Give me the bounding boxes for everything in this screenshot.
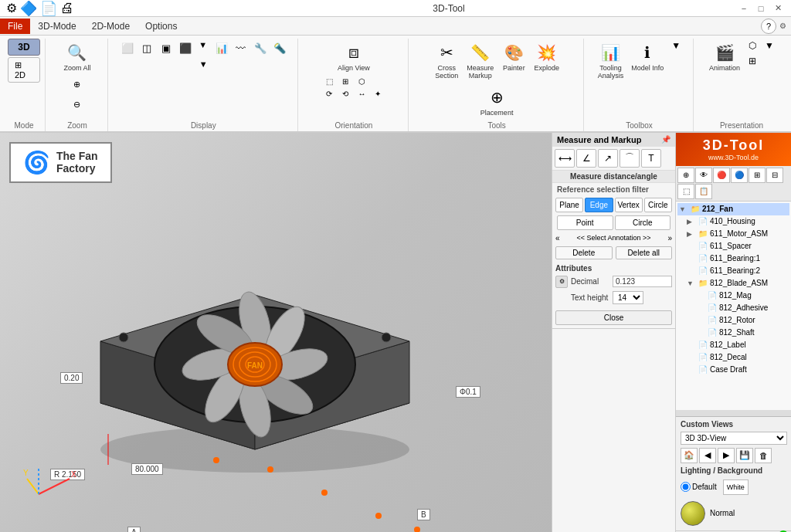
dim-phi: Φ0.1: [456, 386, 480, 398]
menu-2d-mode[interactable]: 2D-Mode: [84, 19, 137, 34]
orient-btn-4[interactable]: ⟳: [321, 88, 337, 100]
display-more-button[interactable]: ▼: [195, 39, 211, 51]
maximize-button[interactable]: □: [754, 2, 768, 15]
measure-distance-btn[interactable]: ⟷: [555, 149, 575, 168]
orient-btn-7[interactable]: ✦: [370, 88, 385, 100]
viewport[interactable]: 🌀 The Fan Factory: [0, 133, 552, 532]
zoom-all-button[interactable]: 🔍 Zoom All: [60, 39, 93, 74]
tree-item-812shaft[interactable]: 📄 812_Shaft: [677, 327, 789, 339]
tree-item-410housing[interactable]: ▶ 📄 410_Housing: [677, 215, 789, 228]
animation-button[interactable]: 🎬 Animation: [706, 39, 743, 74]
circle2-button[interactable]: Circle: [615, 215, 670, 230]
display-btn-8[interactable]: 🔦: [270, 39, 289, 57]
explode-button[interactable]: 💥 Explode: [531, 39, 562, 74]
presentation-more-button[interactable]: ▼: [762, 39, 777, 53]
cross-section-button[interactable]: ✂ CrossSection: [431, 39, 462, 82]
tree-item-812bladeasm[interactable]: ▼ 📁 812_Blade_ASM: [677, 277, 789, 290]
measure-markup-button[interactable]: 📏 MeasureMarkup: [463, 39, 497, 82]
view-save-btn[interactable]: 💾: [736, 448, 753, 463]
default-radio-label[interactable]: Default: [681, 482, 717, 492]
menu-3d-mode[interactable]: 3D-Mode: [30, 19, 83, 34]
tree-scrollbar[interactable]: [676, 410, 791, 416]
orient-btn-1[interactable]: ⬚: [321, 76, 337, 87]
tree-item-611motorasm[interactable]: ▶ 📁 611_Motor_ASM: [677, 228, 789, 240]
tree-item-212fan[interactable]: ▼ 📁 212_Fan: [677, 203, 789, 215]
select-annotation-next[interactable]: »: [667, 234, 672, 242]
mode-2d-button[interactable]: ⊞ 2D: [8, 57, 40, 83]
view-next-btn[interactable]: ▶: [718, 448, 735, 463]
tree-tool-2[interactable]: 👁: [695, 168, 712, 183]
align-view-button[interactable]: ⧈ Align View: [334, 39, 373, 74]
placement-button[interactable]: ⊕ Placement: [477, 83, 517, 119]
view-home-btn[interactable]: 🏠: [681, 448, 698, 463]
tree-item-611spacer[interactable]: 📄 611_Spacer: [677, 240, 789, 252]
view-prev-btn[interactable]: ◀: [699, 448, 716, 463]
present-btn-1[interactable]: ⬡: [745, 39, 760, 53]
text-height-dropdown[interactable]: 14 10 12 16 18: [613, 291, 643, 304]
plane-button[interactable]: Plane: [555, 198, 583, 212]
menu-file[interactable]: File: [0, 19, 30, 34]
display-btn-7[interactable]: 🔧: [251, 39, 270, 57]
tree-tool-8[interactable]: 📋: [695, 184, 712, 199]
display-more2-button[interactable]: ▼: [195, 58, 211, 70]
white-lighting-btn[interactable]: White: [723, 479, 749, 495]
globe-icon[interactable]: [681, 501, 705, 526]
circle-button[interactable]: Circle: [644, 198, 672, 212]
display-btn-6[interactable]: 〰: [232, 39, 250, 57]
decimal-value[interactable]: 0.123: [613, 276, 672, 287]
measure-arrow-btn[interactable]: ↗: [598, 149, 618, 168]
tree-tool-4[interactable]: 🔵: [731, 168, 748, 183]
orient-btn-6[interactable]: ↔: [354, 88, 369, 100]
painter-button[interactable]: 🎨 Painter: [498, 39, 529, 74]
tree-item-812mag[interactable]: 📄 812_Mag: [677, 290, 789, 302]
tree-item-812label[interactable]: 📄 812_Label: [677, 339, 789, 351]
close-button-measure[interactable]: Close: [555, 310, 672, 325]
display-btn-3[interactable]: ▣: [157, 39, 175, 57]
tree-tool-7[interactable]: ⬚: [677, 184, 694, 199]
tree-tool-6[interactable]: ⊟: [766, 168, 783, 183]
delete-button[interactable]: Delete: [555, 246, 613, 259]
tree-item-611bearing1[interactable]: 📄 611_Bearing:1: [677, 252, 789, 265]
custom-views-select[interactable]: 3D 3D-View Front View Top View: [681, 432, 787, 445]
zoom-in-button[interactable]: ⊕: [68, 76, 87, 94]
display-btn-2[interactable]: ◫: [137, 39, 156, 57]
mode-3d-button[interactable]: 3D: [8, 39, 40, 56]
select-annotation-prev[interactable]: «: [555, 234, 560, 242]
display-btn-5[interactable]: 📊: [212, 39, 231, 57]
delete-all-button[interactable]: Delete all: [616, 246, 673, 259]
orient-btn-3[interactable]: ⬡: [354, 76, 369, 87]
edge-button[interactable]: Edge: [585, 198, 613, 212]
measure-curve-btn[interactable]: ⌒: [620, 149, 640, 168]
present-btn-2[interactable]: ⊞: [745, 54, 760, 68]
app-title: 3D-Tool: [161, 3, 737, 14]
tree-item-casedraft[interactable]: 📄 Case Draft: [677, 364, 789, 376]
tree-tool-5[interactable]: ⊞: [749, 168, 766, 183]
close-button[interactable]: ✕: [771, 2, 785, 15]
tree-item-812rotor[interactable]: 📄 812_Rotor: [677, 314, 789, 327]
help-button[interactable]: ?: [761, 19, 776, 34]
menu-options[interactable]: Options: [137, 19, 185, 34]
measure-text-btn[interactable]: T: [641, 149, 661, 168]
tree-tool-3[interactable]: 🔴: [713, 168, 730, 183]
vertex-button[interactable]: Vertex: [615, 198, 643, 212]
tree-tool-1[interactable]: ⊕: [677, 168, 694, 183]
point-button[interactable]: Point: [557, 215, 613, 230]
minimize-button[interactable]: −: [737, 2, 751, 15]
measure-angle-btn[interactable]: ∠: [576, 149, 596, 168]
orient-btn-5[interactable]: ⟲: [338, 88, 353, 100]
zoom-out-button[interactable]: ⊖: [68, 96, 87, 114]
decimal-label: Decimal: [571, 277, 609, 286]
orient-btn-2[interactable]: ⊞: [338, 76, 353, 87]
tree-item-812adhesive[interactable]: 📄 812_Adhesive: [677, 302, 789, 314]
tree-item-611bearing2[interactable]: 📄 611_Bearing:2: [677, 265, 789, 277]
toolbox-more-button[interactable]: ▼: [668, 39, 684, 53]
display-btn-4[interactable]: ⬛: [176, 39, 195, 57]
model-info-button[interactable]: ℹ Model Info: [628, 39, 667, 74]
tree-toolbar: ⊕ 👁 🔴 🔵 ⊞ ⊟ ⬚ 📋: [676, 166, 791, 202]
default-radio[interactable]: [681, 482, 691, 492]
tree-item-812decal[interactable]: 📄 812_Decal: [677, 351, 789, 364]
view-delete-btn[interactable]: 🗑: [755, 448, 772, 463]
item-label-611motorasm: 611_Motor_ASM: [710, 229, 768, 238]
display-btn-1[interactable]: ⬜: [118, 39, 137, 57]
tooling-analysis-button[interactable]: 📊 ToolingAnalysis: [595, 39, 627, 82]
